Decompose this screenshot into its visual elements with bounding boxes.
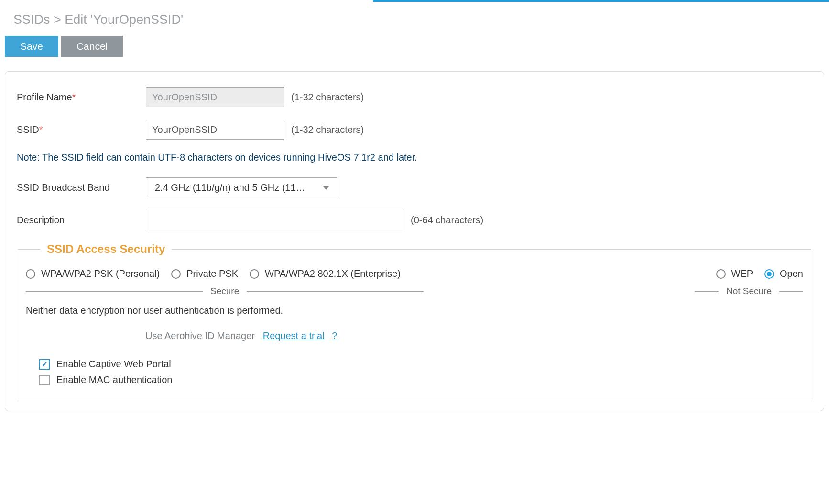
radio-wpa-8021x[interactable]: WPA/WPA2 802.1X (Enterprise) bbox=[250, 268, 401, 279]
idm-text: Use Aerohive ID Manager bbox=[145, 330, 255, 341]
radio-private-psk-label: Private PSK bbox=[186, 268, 238, 279]
broadcast-band-select[interactable]: 2.4 GHz (11b/g/n) and 5 GHz (11… bbox=[146, 177, 337, 197]
action-button-row: Save Cancel bbox=[0, 36, 829, 62]
top-accent-bar bbox=[0, 0, 829, 2]
radio-wpa-psk-label: WPA/WPA2 PSK (Personal) bbox=[41, 268, 160, 279]
label-profile-name: Profile Name* bbox=[17, 92, 146, 103]
radio-wep[interactable]: WEP bbox=[716, 268, 753, 279]
label-ssid-text: SSID bbox=[17, 124, 39, 135]
label-profile-name-text: Profile Name bbox=[17, 92, 72, 102]
checkbox-unchecked-icon: ✓ bbox=[39, 375, 50, 385]
radio-icon bbox=[171, 269, 181, 279]
hint-profile-name: (1-32 characters) bbox=[291, 92, 364, 103]
divider-line bbox=[247, 291, 424, 292]
row-ssid: SSID* (1-32 characters) bbox=[17, 120, 812, 140]
ssid-utf8-note: Note: The SSID field can contain UTF-8 c… bbox=[17, 152, 812, 163]
row-broadcast-band: SSID Broadcast Band 2.4 GHz (11b/g/n) an… bbox=[17, 177, 812, 197]
breadcrumb: SSIDs > Edit 'YourOpenSSID' bbox=[0, 2, 829, 36]
id-manager-row: Use Aerohive ID Manager Request a trial … bbox=[26, 330, 803, 341]
radio-wpa-8021x-label: WPA/WPA2 802.1X (Enterprise) bbox=[265, 268, 401, 279]
idm-help-link[interactable]: ? bbox=[332, 330, 337, 341]
broadcast-band-selected: 2.4 GHz (11b/g/n) and 5 GHz (11… bbox=[155, 182, 305, 193]
divider-line bbox=[695, 291, 719, 292]
label-broadcast-band: SSID Broadcast Band bbox=[17, 182, 146, 193]
radio-wep-label: WEP bbox=[731, 268, 753, 279]
hint-ssid: (1-32 characters) bbox=[291, 124, 364, 135]
form-panel: Profile Name* (1-32 characters) SSID* (1… bbox=[5, 71, 824, 411]
request-trial-link[interactable]: Request a trial bbox=[263, 330, 325, 341]
profile-name-input bbox=[146, 87, 284, 107]
security-legend: SSID Access Security bbox=[40, 242, 172, 256]
radio-open-label: Open bbox=[780, 268, 803, 279]
required-marker: * bbox=[39, 124, 43, 135]
description-input[interactable] bbox=[146, 210, 404, 230]
mac-auth-label: Enable MAC authentication bbox=[56, 374, 172, 385]
radio-open[interactable]: Open bbox=[764, 268, 803, 279]
label-ssid: SSID* bbox=[17, 124, 146, 135]
divider-line bbox=[779, 291, 803, 292]
security-divider-row: Secure Not Secure bbox=[26, 286, 803, 296]
ssid-access-security-fieldset: SSID Access Security WPA/WPA2 PSK (Perso… bbox=[18, 242, 811, 399]
radio-icon bbox=[764, 269, 774, 279]
checkbox-checked-icon: ✓ bbox=[39, 359, 50, 370]
captive-portal-label: Enable Captive Web Portal bbox=[56, 359, 171, 370]
row-description: Description (0-64 characters) bbox=[17, 210, 812, 230]
enable-mac-auth-checkbox[interactable]: ✓ Enable MAC authentication bbox=[39, 374, 803, 385]
radio-icon bbox=[250, 269, 259, 279]
security-description: Neither data encryption nor user authent… bbox=[26, 305, 803, 316]
ssid-input[interactable] bbox=[146, 120, 284, 140]
secure-label: Secure bbox=[210, 286, 239, 296]
enable-captive-portal-checkbox[interactable]: ✓ Enable Captive Web Portal bbox=[39, 359, 803, 370]
radio-wpa-psk[interactable]: WPA/WPA2 PSK (Personal) bbox=[26, 268, 160, 279]
radio-private-psk[interactable]: Private PSK bbox=[171, 268, 238, 279]
save-button[interactable]: Save bbox=[5, 36, 58, 57]
not-secure-label: Not Secure bbox=[726, 286, 772, 296]
radio-icon bbox=[26, 269, 35, 279]
label-description: Description bbox=[17, 215, 146, 226]
radio-icon bbox=[716, 269, 726, 279]
security-radio-row: WPA/WPA2 PSK (Personal) Private PSK WPA/… bbox=[26, 268, 803, 279]
hint-description: (0-64 characters) bbox=[411, 215, 483, 226]
divider-line bbox=[26, 291, 203, 292]
cancel-button[interactable]: Cancel bbox=[61, 36, 123, 57]
row-profile-name: Profile Name* (1-32 characters) bbox=[17, 87, 812, 107]
required-marker: * bbox=[72, 92, 76, 102]
